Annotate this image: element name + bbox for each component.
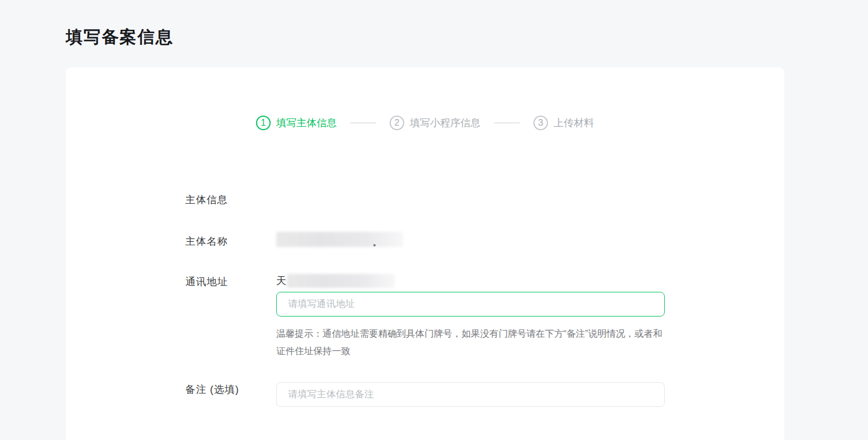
step-1-number-circle: 1 <box>256 116 271 130</box>
contact-address-input[interactable] <box>276 292 665 317</box>
step-1-subject-info: 1 填写主体信息 <box>256 116 337 130</box>
contact-address-value-prefix: 天 <box>276 274 286 287</box>
step-2-label: 填写小程序信息 <box>410 116 481 130</box>
subject-name-label: 主体名称 <box>185 235 228 248</box>
step-3-number-circle: 3 <box>533 116 548 130</box>
contact-address-redacted-value <box>287 274 395 288</box>
remark-input[interactable] <box>276 382 665 407</box>
step-3-upload-materials: 3 上传材料 <box>533 116 594 130</box>
section-title-subject-info: 主体信息 <box>185 193 228 207</box>
step-3-label: 上传材料 <box>554 116 594 130</box>
contact-address-hint: 温馨提示：通信地址需要精确到具体门牌号，如果没有门牌号请在下方“备注”说明情况，… <box>276 325 669 360</box>
contact-address-label: 通讯地址 <box>185 275 228 288</box>
filing-form-card: 1 填写主体信息 2 填写小程序信息 3 上传材料 主体信息 主体名称 通讯地址… <box>66 67 784 440</box>
step-2-number-circle: 2 <box>390 116 404 130</box>
step-connector <box>350 122 376 123</box>
step-2-miniprogram-info: 2 填写小程序信息 <box>390 116 481 130</box>
page-title: 填写备案信息 <box>66 26 173 49</box>
wizard-stepper: 1 填写主体信息 2 填写小程序信息 3 上传材料 <box>66 116 784 130</box>
remark-label: 备注 (选填) <box>185 383 239 396</box>
subject-name-redacted-mark <box>373 244 376 246</box>
subject-name-redacted-value <box>276 232 403 247</box>
step-connector <box>494 122 520 123</box>
step-1-label: 填写主体信息 <box>276 116 337 130</box>
